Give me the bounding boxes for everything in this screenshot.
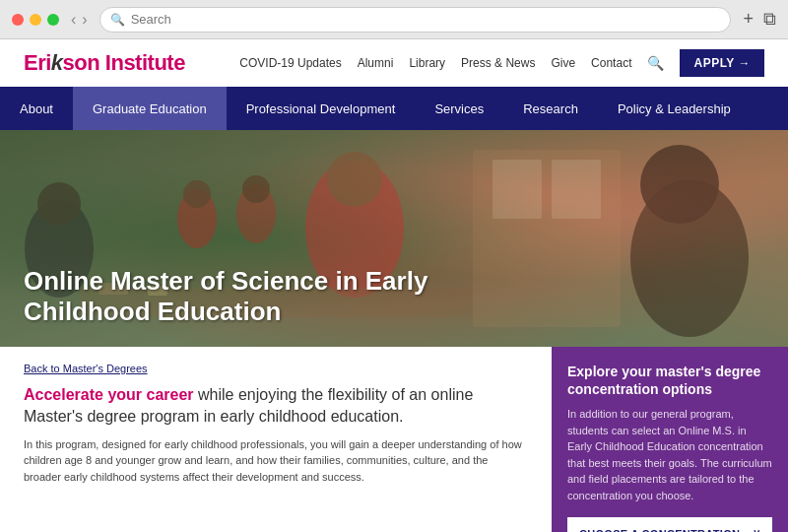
sidebar-title: Explore your master's degree concentrati…	[567, 363, 772, 398]
content-description: In this program, designed for early chil…	[24, 436, 528, 486]
back-button[interactable]: ‹	[71, 11, 76, 29]
nav-research[interactable]: Research	[503, 87, 598, 130]
nav-covid[interactable]: COVID-19 Updates	[239, 56, 341, 70]
nav-alumni[interactable]: Alumni	[358, 56, 394, 70]
hero-title: Online Master of Science in Early Childh…	[24, 266, 457, 327]
url-input[interactable]	[131, 12, 721, 27]
top-bar: Erikson Institute COVID-19 Updates Alumn…	[0, 39, 788, 87]
forward-button[interactable]: ›	[82, 11, 87, 29]
url-bar[interactable]: 🔍	[99, 7, 732, 33]
top-navigation: COVID-19 Updates Alumni Library Press & …	[239, 49, 764, 77]
svg-point-5	[183, 180, 211, 208]
back-link[interactable]: Back to Master's Degrees	[24, 363, 528, 374]
main-navigation: About Graduate Education Professional De…	[0, 87, 788, 130]
choose-concentration-button[interactable]: CHOOSE A CONCENTRATION ∨	[567, 517, 772, 532]
sidebar-description: In addition to our general program, stud…	[567, 406, 772, 503]
nav-graduate-education[interactable]: Graduate Education	[73, 87, 227, 130]
logo-text: Erikson Institute	[24, 50, 185, 75]
chevron-down-icon: ∨	[753, 527, 760, 532]
svg-rect-14	[492, 160, 542, 219]
nav-contact[interactable]: Contact	[591, 56, 631, 70]
browser-actions: + ⧉	[743, 9, 776, 30]
svg-point-9	[640, 145, 719, 224]
svg-point-3	[327, 152, 382, 207]
tagline: Accelerate your career while enjoying th…	[24, 384, 528, 429]
tagline-highlight: Accelerate your career	[24, 386, 194, 403]
nav-policy-leadership[interactable]: Policy & Leadership	[598, 87, 751, 130]
hero-content: Online Master of Science in Early Childh…	[24, 266, 457, 327]
duplicate-tab-button[interactable]: ⧉	[763, 9, 776, 30]
svg-point-7	[242, 175, 270, 203]
nav-professional-development[interactable]: Professional Development	[227, 87, 416, 130]
sidebar: Explore your master's degree concentrati…	[552, 347, 788, 532]
browser-dots	[12, 14, 59, 26]
nav-press[interactable]: Press & News	[461, 56, 535, 70]
apply-button[interactable]: APPLY →	[680, 49, 764, 77]
browser-chrome: ‹ › 🔍 + ⧉	[0, 0, 788, 39]
new-tab-button[interactable]: +	[743, 9, 754, 30]
close-dot[interactable]	[12, 14, 24, 26]
fullscreen-dot[interactable]	[47, 14, 59, 26]
browser-navigation: ‹ ›	[71, 11, 88, 29]
site-logo[interactable]: Erikson Institute	[24, 50, 185, 76]
hero-section: Online Master of Science in Early Childh…	[0, 130, 788, 347]
content-left: Back to Master's Degrees Accelerate your…	[0, 347, 552, 532]
nav-library[interactable]: Library	[409, 56, 445, 70]
nav-give[interactable]: Give	[551, 56, 575, 70]
search-button[interactable]: 🔍	[647, 55, 664, 71]
svg-point-1	[37, 182, 81, 226]
website: Erikson Institute COVID-19 Updates Alumn…	[0, 39, 788, 532]
choose-concentration-label: CHOOSE A CONCENTRATION	[579, 528, 740, 532]
search-icon: 🔍	[110, 13, 125, 27]
nav-services[interactable]: Services	[415, 87, 503, 130]
minimize-dot[interactable]	[30, 14, 41, 26]
nav-about[interactable]: About	[0, 87, 73, 130]
svg-rect-15	[552, 160, 601, 219]
content-area: Back to Master's Degrees Accelerate your…	[0, 347, 788, 532]
